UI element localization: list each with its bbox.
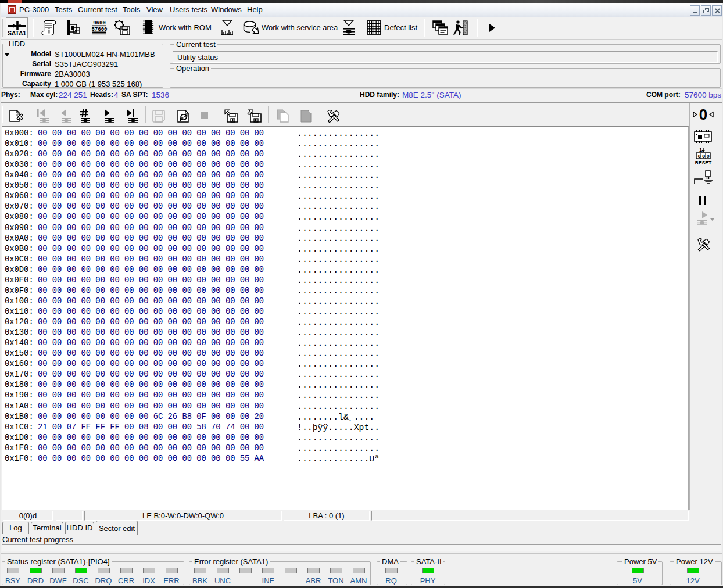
svg-text:0: 0 (698, 154, 701, 160)
svg-text:0: 0 (699, 106, 707, 123)
svg-text:0: 0 (702, 154, 705, 160)
svg-text:0: 0 (707, 154, 710, 160)
svg-text:1: 1 (699, 147, 702, 153)
svg-text:RESET: RESET (695, 160, 712, 166)
